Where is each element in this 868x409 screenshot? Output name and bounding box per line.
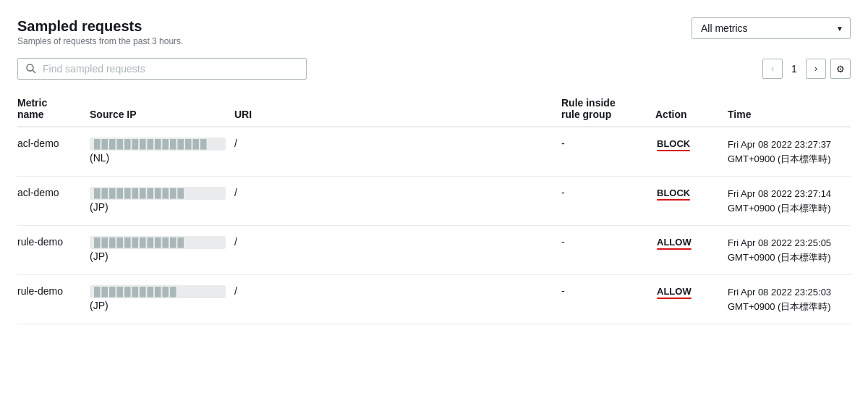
table-header-row: Metricname Source IP URI Rule insiderule…: [17, 91, 851, 127]
page-title: Sampled requests: [17, 17, 183, 35]
cell-metric-2: rule-demo: [17, 226, 90, 275]
cell-metric-0: acl-demo: [17, 127, 90, 177]
pagination-prev-button[interactable]: ‹: [762, 59, 783, 79]
cell-source-1: ████████████ (JP): [90, 177, 234, 226]
cell-uri-3: /: [234, 275, 561, 324]
cell-time-2: Fri Apr 08 2022 23:25:05 GMT+0900 (日本標準時…: [728, 226, 851, 275]
cell-rule-3: -: [561, 275, 655, 324]
settings-icon: ⚙: [836, 64, 845, 75]
table-settings-button[interactable]: ⚙: [830, 59, 851, 79]
col-header-rule: Rule insiderule group: [561, 91, 655, 127]
cell-metric-3: rule-demo: [17, 275, 90, 324]
search-input[interactable]: [43, 63, 299, 75]
col-header-time: Time: [728, 91, 851, 127]
cell-metric-1: acl-demo: [17, 177, 90, 226]
cell-source-0: ███████████████ (NL): [90, 127, 234, 177]
cell-source-2: ████████████ (JP): [90, 226, 234, 275]
sampled-requests-table: Metricname Source IP URI Rule insiderule…: [17, 91, 851, 324]
table-row: rule-demo ████████████ (JP) / - ALLOW Fr…: [17, 226, 851, 275]
cell-uri-2: /: [234, 226, 561, 275]
pagination-current-page: 1: [787, 63, 801, 75]
metrics-dropdown-wrapper: All metrics: [692, 17, 851, 39]
chevron-left-icon: ‹: [771, 64, 774, 74]
table-row: acl-demo ████████████ (JP) / - BLOCK Fri…: [17, 177, 851, 226]
cell-uri-1: /: [234, 177, 561, 226]
cell-time-1: Fri Apr 08 2022 23:27:14 GMT+0900 (日本標準時…: [728, 177, 851, 226]
pagination-controls: ‹ 1 › ⚙: [762, 59, 851, 79]
source-country-2: (JP): [90, 250, 226, 262]
cell-action-0: BLOCK: [655, 127, 728, 177]
page-subtitle: Samples of requests from the past 3 hour…: [17, 36, 183, 46]
cell-uri-0: /: [234, 127, 561, 177]
source-ip-masked-1: ████████████: [90, 187, 226, 200]
source-country-1: (JP): [90, 201, 226, 213]
svg-line-1: [33, 70, 35, 73]
toolbar: ‹ 1 › ⚙: [17, 58, 851, 80]
pagination-next-button[interactable]: ›: [806, 59, 826, 79]
cell-rule-0: -: [561, 127, 655, 177]
cell-action-3: ALLOW: [655, 275, 728, 324]
metrics-select[interactable]: All metrics: [692, 17, 851, 39]
action-badge-2: ALLOW: [655, 237, 693, 250]
source-ip-masked-0: ███████████████: [90, 138, 226, 151]
action-badge-3: ALLOW: [655, 286, 693, 299]
source-country-0: (NL): [90, 152, 226, 164]
source-ip-masked-2: ████████████: [90, 236, 226, 249]
table-row: rule-demo ███████████ (JP) / - ALLOW Fri…: [17, 275, 851, 324]
cell-time-0: Fri Apr 08 2022 23:27:37 GMT+0900 (日本標準時…: [728, 127, 851, 177]
col-header-source: Source IP: [90, 91, 234, 127]
svg-point-0: [27, 64, 33, 71]
search-icon: [25, 63, 37, 75]
col-header-metric: Metricname: [17, 91, 90, 127]
cell-time-3: Fri Apr 08 2022 23:25:03 GMT+0900 (日本標準時…: [728, 275, 851, 324]
source-country-3: (JP): [90, 300, 226, 311]
cell-source-3: ███████████ (JP): [90, 275, 234, 324]
col-header-action: Action: [655, 91, 728, 127]
source-ip-masked-3: ███████████: [90, 285, 226, 298]
cell-action-2: ALLOW: [655, 226, 728, 275]
title-group: Sampled requests Samples of requests fro…: [17, 17, 183, 46]
chevron-right-icon: ›: [814, 64, 817, 74]
page-header: Sampled requests Samples of requests fro…: [17, 17, 851, 46]
cell-rule-1: -: [561, 177, 655, 226]
search-wrapper[interactable]: [17, 58, 307, 80]
metrics-select-wrapper[interactable]: All metrics: [692, 17, 851, 39]
col-header-uri: URI: [234, 91, 561, 127]
table-row: acl-demo ███████████████ (NL) / - BLOCK …: [17, 127, 851, 177]
action-badge-0: BLOCK: [655, 138, 692, 151]
cell-rule-2: -: [561, 226, 655, 275]
cell-action-1: BLOCK: [655, 177, 728, 226]
action-badge-1: BLOCK: [655, 187, 692, 201]
